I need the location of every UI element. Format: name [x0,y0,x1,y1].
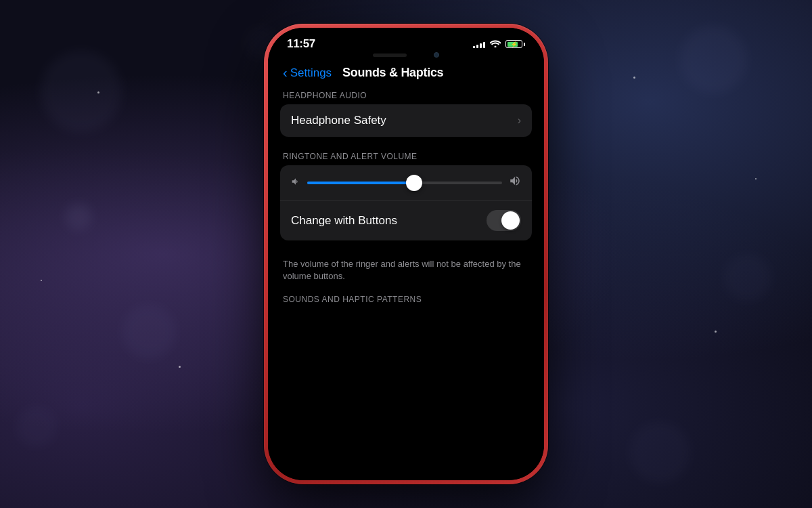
chevron-left-icon: ‹ [283,66,288,79]
change-with-buttons-toggle[interactable] [487,210,521,231]
battery-icon: ⚡ [505,40,525,48]
status-bar: 11:57 [268,28,544,51]
headphone-safety-label: Headphone Safety [291,114,386,127]
headphone-audio-card: Headphone Safety › [280,104,532,137]
volume-slider-track[interactable] [307,182,502,184]
headphone-safety-row[interactable]: Headphone Safety › [280,104,532,137]
wifi-icon [490,39,501,49]
change-with-buttons-row[interactable]: Change with Buttons [280,200,532,240]
speaker-grille [373,54,407,57]
notch-area [268,51,544,59]
camera-dot [434,52,439,58]
headphone-audio-section-label: HEADPHONE AUDIO [280,91,532,100]
toggle-thumb [501,211,520,230]
volume-slider-thumb[interactable] [406,175,422,191]
helper-text: The volume of the ringer and alerts will… [280,255,532,282]
page-title: Sounds & Haptics [342,66,443,80]
signal-bar-2 [476,45,478,48]
volume-high-icon [509,175,521,190]
back-button[interactable]: ‹ Settings [283,66,332,80]
navigation-bar: ‹ Settings Sounds & Haptics [268,59,544,84]
ringtone-section-label: RINGTONE AND ALERT VOLUME [280,152,532,161]
phone-screen-area: 11:57 [268,28,544,480]
phone-frame: 11:57 [264,24,548,484]
signal-bar-3 [480,43,482,48]
phone-screen: 11:57 [268,28,544,480]
charging-icon: ⚡ [506,41,522,47]
volume-slider-container [291,175,521,190]
settings-content: HEADPHONE AUDIO Headphone Safety › RINGT… [268,84,544,480]
signal-icon [473,40,485,48]
volume-slider-row [280,165,532,200]
status-icons: ⚡ [473,39,525,49]
signal-bar-1 [473,46,475,48]
chevron-right-icon: › [518,114,521,127]
back-label: Settings [290,66,332,80]
volume-slider-fill [307,182,414,184]
sounds-haptic-section-label: SOUNDS AND HAPTIC PATTERNS [280,295,532,304]
change-with-buttons-label: Change with Buttons [291,214,397,228]
clock: 11:57 [287,37,315,51]
signal-bar-4 [483,42,485,48]
ringtone-card: Change with Buttons [280,165,532,240]
phone-outer-shell: 11:57 [264,24,548,484]
volume-low-icon [291,177,300,188]
